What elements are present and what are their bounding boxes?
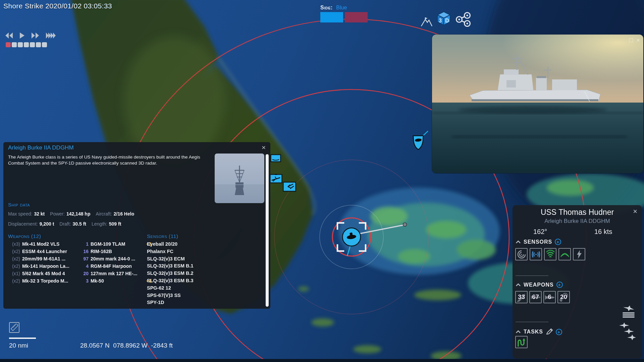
aircraft-formation-icon[interactable] xyxy=(619,322,636,343)
bottom-bar xyxy=(0,359,644,362)
speed-step[interactable] xyxy=(18,42,23,47)
weapon-row: (x2)Mk-32 3 Torpedo M...3Mk-50+1 xyxy=(8,278,152,286)
weapons-section-label: WEAPONS xyxy=(524,282,554,288)
blue-side-swatch[interactable] xyxy=(320,12,343,22)
terrain-icon[interactable] xyxy=(421,17,433,27)
air-radar-active-icon[interactable] xyxy=(544,248,556,260)
rotary-wing-unit-chip[interactable] xyxy=(283,182,296,192)
scenario-title: Shore Strike 2020/01/02 03:05:33 xyxy=(3,2,112,10)
speed-step[interactable] xyxy=(30,42,35,47)
side-label: Side: xyxy=(320,5,333,10)
surface-radar-icon[interactable] xyxy=(515,248,528,260)
unit-speed: 16 kts xyxy=(594,228,612,236)
aircraft-label: Aircraft: xyxy=(96,211,112,217)
measure-tool-icon[interactable] xyxy=(9,322,19,333)
air-operations-icon[interactable] xyxy=(620,305,635,320)
weapon-row: (x2)ESSM 4x4 Launcher16RIM-162B xyxy=(8,249,152,256)
weapon-row: (x2)20mm/99 M-61A1 ...9720mm mark 244-0 … xyxy=(8,256,152,263)
weapon-row: (x3)Mk-41 Mod2 VLS1BGM-109 TLAM+3 xyxy=(8,241,152,249)
sensor-item: SPS-67(V)3 SS xyxy=(147,293,194,300)
speed-step-active[interactable] xyxy=(6,42,11,47)
3d-view-icon[interactable]: 3 D xyxy=(436,11,451,27)
side-value: Blue xyxy=(336,5,347,10)
edit-task-icon[interactable] xyxy=(546,328,553,335)
power-label: Power: xyxy=(50,211,65,217)
3d-scene xyxy=(432,35,643,173)
task-route-icon[interactable] xyxy=(515,336,528,348)
speed-step[interactable] xyxy=(42,42,47,47)
weapon-count-boxes: 33 67 6 20 xyxy=(515,291,570,303)
displacement-value: 9,200 t xyxy=(40,221,54,227)
add-weapon-icon[interactable]: + xyxy=(556,282,563,288)
side-selector: Side: Blue xyxy=(320,5,371,22)
time-compression-steps[interactable] xyxy=(6,42,47,47)
info-scrollbar[interactable] xyxy=(266,154,269,307)
sensor-item: SLQ-32(v)3 ESM B.3 xyxy=(147,278,194,285)
play-button[interactable] xyxy=(19,32,25,39)
draft-value: 30.5 ft xyxy=(73,221,86,227)
3d-camera-viewport[interactable]: □ × xyxy=(432,35,643,173)
unit-name: USS Thomas Hudner xyxy=(513,208,642,217)
collapse-chevron-icon[interactable] xyxy=(516,240,521,244)
viewport-close-icon[interactable]: × xyxy=(636,37,640,44)
speed-step[interactable] xyxy=(24,42,29,47)
playback-controls xyxy=(5,32,57,39)
add-sensor-icon[interactable]: + xyxy=(555,239,561,245)
weapons-section-header: WEAPONS + xyxy=(516,282,563,288)
speed-step[interactable] xyxy=(12,42,17,47)
weapon-box-gun[interactable]: 20 xyxy=(557,291,570,303)
add-task-icon[interactable]: + xyxy=(556,329,562,335)
class-info-title: Arleigh Burke IIA DDGHM xyxy=(8,144,74,151)
collapse-chevron-icon[interactable] xyxy=(516,283,521,287)
cube-label-3: 3 xyxy=(439,18,442,24)
aircraft-value: 2/16 Helo xyxy=(114,211,134,217)
ownship-symbol[interactable] xyxy=(342,228,361,246)
view-mode-toolbar: 3 D xyxy=(421,11,472,27)
length-label: Length: xyxy=(92,221,107,227)
tasks-section-label: TASKS xyxy=(524,329,543,335)
passive-sonar-icon[interactable] xyxy=(530,248,542,260)
close-icon[interactable]: × xyxy=(262,143,266,152)
weapon-row: (x1)5/62 Mark 45 Mod 420127mm mk 127 HE-… xyxy=(8,271,152,278)
displacement-label: Displacement: xyxy=(8,221,38,227)
rewind-button[interactable] xyxy=(5,32,13,39)
weapon-box-essm[interactable]: 67 xyxy=(529,291,542,303)
max-speed-label: Max speed: xyxy=(8,211,32,217)
map-scale-bar xyxy=(9,338,36,339)
cursor-coordinates: 28.0567 N 078.8962 W -2843 ft xyxy=(80,342,173,349)
weapons-list: (x3)Mk-41 Mod2 VLS1BGM-109 TLAM+3 (x2)ES… xyxy=(8,241,152,286)
sensors-section-label: SENSORS xyxy=(524,239,552,245)
class-info-panel: Arleigh Burke IIA DDGHM × The Arleigh Bu… xyxy=(3,142,270,309)
weapon-count: 67 xyxy=(530,293,541,301)
viewport-maximize-icon[interactable]: □ xyxy=(629,37,633,44)
sensor-item: SLQ-32(v)3 ECM xyxy=(147,256,194,263)
power-value: 142,148 hp xyxy=(66,211,91,217)
class-description: The Arleigh Burke class is a series of U… xyxy=(8,154,212,166)
unit-links-icon[interactable] xyxy=(455,12,472,27)
ecm-emissions-icon[interactable] xyxy=(573,248,585,260)
max-speed-button[interactable] xyxy=(45,32,57,39)
draft-label: Draft: xyxy=(59,221,71,227)
surface-unit-chip[interactable] xyxy=(270,154,281,162)
weapon-box-vls[interactable]: 33 xyxy=(515,291,528,303)
weapon-row: (x2)Mk-141 Harpoon La...4RGM-84F Harpoon xyxy=(8,263,152,271)
weapon-count: 20 xyxy=(558,293,569,301)
waypoint-dot[interactable] xyxy=(403,223,407,227)
sensors-list: Eyeball 20/20 Phalanx FC SLQ-32(v)3 ECM … xyxy=(147,241,194,307)
ship-data-row: Max speed:32 kt Power:142,148 hp Aircraf… xyxy=(8,211,134,217)
active-sonar-icon[interactable] xyxy=(558,248,571,260)
sensor-item: SLQ-32(v)3 ESM B.2 xyxy=(147,270,194,278)
section-divider xyxy=(516,276,548,276)
length-value: 509 ft xyxy=(109,221,121,227)
weapon-box-harpoon[interactable]: 6 xyxy=(543,291,556,303)
collapse-chevron-icon[interactable] xyxy=(516,330,521,334)
cube-label-d: D xyxy=(445,18,449,24)
fixed-wing-unit-chip[interactable] xyxy=(270,174,282,183)
red-side-swatch[interactable] xyxy=(345,12,368,22)
sensor-status-icons xyxy=(515,248,585,260)
app-root: Shore Strike 2020/01/02 03:05:33 Side: B… xyxy=(0,0,644,362)
speed-step[interactable] xyxy=(36,42,41,47)
fast-forward-button[interactable] xyxy=(31,32,40,39)
ship-data-heading: Ship data xyxy=(8,202,30,208)
selected-unit-panel: × USS Thomas Hudner Arleigh Burke IIA DD… xyxy=(513,205,642,359)
